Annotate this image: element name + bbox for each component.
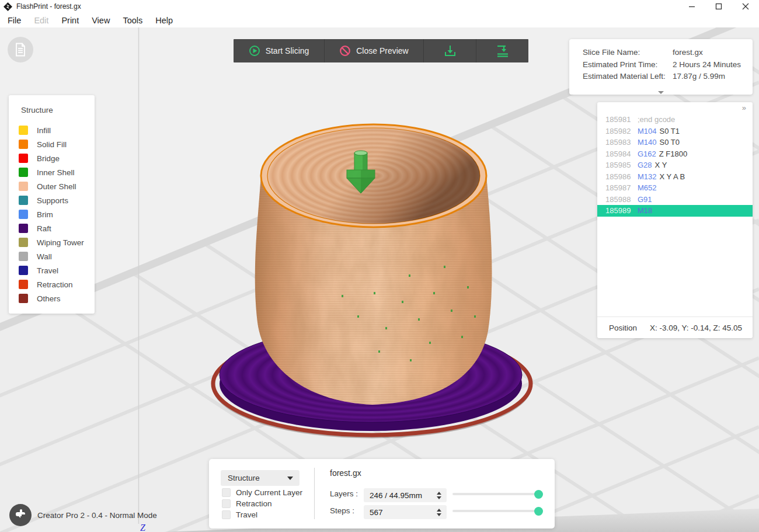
gcode-line[interactable]: 185982M104S0 T1: [597, 126, 753, 137]
position-label: Position: [609, 324, 637, 332]
menu-item-help[interactable]: Help: [149, 16, 179, 25]
layers-label: Layers :: [330, 489, 358, 498]
status-bar: Creator Pro 2 - 0.4 - Normal Mode: [9, 504, 157, 526]
close-preview-button[interactable]: Close Preview: [325, 39, 424, 62]
play-icon: [249, 45, 260, 57]
color-swatch: [19, 182, 28, 191]
gcode-line[interactable]: 185985G28X Y: [597, 159, 753, 171]
menu-item-edit: Edit: [27, 16, 55, 25]
steps-stepper[interactable]: 567: [364, 505, 447, 519]
gcode-line-active[interactable]: 185989M18: [597, 205, 753, 217]
menu-item-view[interactable]: View: [85, 16, 116, 25]
menu-bar: File Edit Print View Tools Help: [0, 13, 759, 27]
estimated-material-label: Estimated Material Left:: [583, 71, 673, 83]
title-bar: FlashPrint - forest.gx: [0, 0, 759, 13]
estimated-print-time-value: 2 Hours 24 Minutes: [673, 59, 741, 71]
gcode-line[interactable]: 185981;end gcode: [597, 114, 753, 126]
color-swatch: [19, 154, 28, 163]
legend-item-infill: Infill: [9, 123, 95, 137]
legend-item-outer-shell: Outer Shell: [9, 179, 95, 193]
color-swatch: [19, 252, 28, 261]
app-logo-icon: [4, 2, 12, 11]
minimize-button[interactable]: [678, 0, 705, 13]
legend-item-bridge: Bridge: [9, 151, 95, 165]
flashforge-logo-icon[interactable]: [9, 504, 32, 526]
download-icon: [444, 44, 457, 57]
layers-stepper[interactable]: 246 / 44.95mm: [364, 488, 447, 502]
color-swatch: [19, 126, 28, 135]
legend-item-supports: Supports: [9, 193, 95, 207]
menu-item-print[interactable]: Print: [55, 16, 85, 25]
printer-icon: [496, 44, 510, 58]
legend-item-brim: Brim: [9, 207, 95, 221]
slice-file-name-label: Slice File Name:: [583, 47, 673, 59]
color-swatch: [19, 140, 28, 149]
load-file-button[interactable]: [8, 37, 33, 62]
collapse-caret-icon[interactable]: [658, 91, 664, 94]
save-gcode-button[interactable]: [424, 39, 476, 62]
color-swatch: [19, 266, 28, 275]
chevron-down-icon: [287, 477, 293, 480]
prohibit-icon: [339, 45, 351, 57]
layers-slider[interactable]: [452, 493, 543, 495]
steps-slider-thumb[interactable]: [534, 507, 543, 516]
retraction-checkbox[interactable]: Retraction: [222, 499, 272, 508]
gcode-line[interactable]: 185984G162Z F1800: [597, 148, 753, 160]
color-swatch: [19, 210, 28, 219]
layers-slider-thumb[interactable]: [534, 490, 543, 499]
legend-item-wiping-tower: Wiping Tower: [9, 235, 95, 249]
structure-legend: Structure Infill Solid Fill Bridge Inner…: [9, 95, 95, 314]
color-swatch: [19, 294, 28, 303]
gcode-line[interactable]: 185987M652: [597, 182, 753, 194]
checkbox-icon: [222, 488, 231, 497]
steps-slider[interactable]: [452, 510, 543, 512]
window-title: FlashPrint - forest.gx: [16, 2, 81, 11]
maximize-button[interactable]: [705, 0, 732, 13]
menu-item-file[interactable]: File: [1, 16, 27, 25]
view-mode-value: Structure: [228, 474, 260, 482]
view-mode-dropdown[interactable]: Structure: [221, 470, 300, 486]
slice-info-row: Estimated Material Left: 17.87g / 5.99m: [569, 71, 753, 83]
slice-info-row: Estimated Print Time: 2 Hours 24 Minutes: [569, 59, 753, 71]
steps-value: 567: [370, 508, 383, 517]
menu-item-tools[interactable]: Tools: [116, 16, 149, 25]
divider: [314, 468, 315, 519]
estimated-material-value: 17.87g / 5.99m: [673, 71, 725, 83]
printer-mode-text: Creator Pro 2 - 0.4 - Normal Mode: [37, 511, 157, 520]
spinner-arrows-icon[interactable]: [437, 492, 441, 499]
start-slicing-label: Start Slicing: [266, 46, 309, 55]
document-icon: [15, 43, 26, 57]
gcode-line[interactable]: 185983M140S0 T0: [597, 137, 753, 148]
gcode-line[interactable]: 185988G91: [597, 194, 753, 206]
send-to-printer-button[interactable]: [476, 39, 528, 62]
start-slicing-button[interactable]: Start Slicing: [234, 39, 325, 62]
close-button[interactable]: [732, 0, 759, 13]
color-swatch: [19, 196, 28, 205]
legend-item-wall: Wall: [9, 249, 95, 263]
slice-toolbar: Start Slicing Close Preview: [234, 39, 528, 62]
spinner-arrows-icon[interactable]: [437, 509, 441, 516]
legend-item-inner-shell: Inner Shell: [9, 165, 95, 179]
gcode-line[interactable]: 185986M132X Y A B: [597, 171, 753, 183]
preview-file-name: forest.gx: [330, 468, 361, 478]
legend-item-raft: Raft: [9, 221, 95, 235]
only-current-layer-checkbox[interactable]: Only Current Layer: [222, 488, 302, 497]
color-swatch: [19, 238, 28, 247]
travel-checkbox[interactable]: Travel: [222, 510, 257, 519]
legend-item-travel: Travel: [9, 263, 95, 277]
slice-info-row: Slice File Name: forest.gx: [569, 47, 753, 59]
color-swatch: [19, 224, 28, 233]
legend-item-solid-fill: Solid Fill: [9, 137, 95, 151]
estimated-print-time-label: Estimated Print Time:: [583, 59, 673, 71]
gcode-expand-icon[interactable]: »: [742, 103, 746, 112]
preview-control-panel: Structure Only Current Layer Retraction …: [209, 459, 555, 528]
gcode-lines: 185981;end gcode 185982M104S0 T1 185983M…: [597, 114, 753, 217]
slice-file-name-value: forest.gx: [673, 47, 703, 59]
model-trunk: [248, 124, 496, 409]
layers-value: 246 / 44.95mm: [370, 491, 422, 500]
steps-label: Steps :: [330, 506, 354, 515]
gcode-panel: » 185981;end gcode 185982M104S0 T1 18598…: [597, 102, 753, 338]
checkbox-icon: [222, 510, 231, 519]
position-bar: Position X: -3.09, Y: -0.14, Z: 45.05: [597, 317, 753, 338]
slice-info-card: Slice File Name: forest.gx Estimated Pri…: [569, 39, 753, 95]
